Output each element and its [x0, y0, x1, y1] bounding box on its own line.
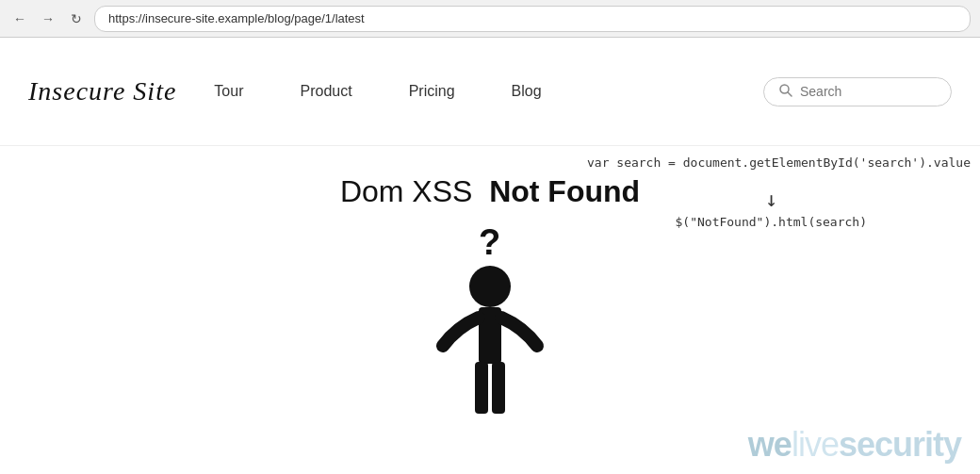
nav-links: Tour Product Pricing Blog	[214, 83, 763, 100]
refresh-button[interactable]: ↻	[66, 8, 87, 29]
search-box[interactable]	[763, 77, 952, 106]
nav-product[interactable]: Product	[300, 83, 351, 100]
watermark-security: security	[839, 425, 961, 464]
heading-bold: Not Found	[489, 174, 640, 208]
url-text: https://insecure-site.example/blog/page/…	[108, 11, 365, 25]
xss-flow: ↓ $("NotFound").html(search)	[676, 184, 868, 229]
person-svg: ?	[405, 219, 575, 426]
js-expression: $("NotFound").html(search)	[676, 215, 868, 229]
nav-tour[interactable]: Tour	[214, 83, 243, 100]
svg-rect-6	[492, 362, 505, 414]
site-logo[interactable]: Insecure Site	[28, 76, 176, 106]
svg-point-3	[469, 266, 511, 307]
watermark: welivesecurity	[748, 425, 961, 465]
address-bar[interactable]: https://insecure-site.example/blog/page/…	[94, 6, 971, 32]
main-content: var search = document.getElementById('se…	[0, 146, 980, 474]
back-button[interactable]: ←	[9, 8, 30, 29]
svg-rect-5	[475, 362, 488, 414]
watermark-live: live	[792, 425, 839, 464]
svg-line-1	[788, 92, 792, 96]
arrow-down-icon: ↓	[765, 188, 777, 211]
svg-text:?: ?	[479, 222, 500, 262]
search-icon	[779, 84, 792, 100]
browser-chrome: ← → ↻ https://insecure-site.example/blog…	[0, 0, 980, 38]
nav-pricing[interactable]: Pricing	[409, 83, 455, 100]
watermark-we: we	[748, 425, 792, 464]
code-annotation: var search = document.getElementById('se…	[587, 155, 971, 170]
search-input[interactable]	[800, 84, 932, 99]
forward-button[interactable]: →	[38, 8, 58, 29]
heading-normal: Dom XSS	[340, 174, 472, 208]
nav-blog[interactable]: Blog	[512, 83, 542, 100]
site-navigation: Insecure Site Tour Product Pricing Blog	[0, 38, 980, 146]
person-figure: ?	[28, 219, 952, 426]
